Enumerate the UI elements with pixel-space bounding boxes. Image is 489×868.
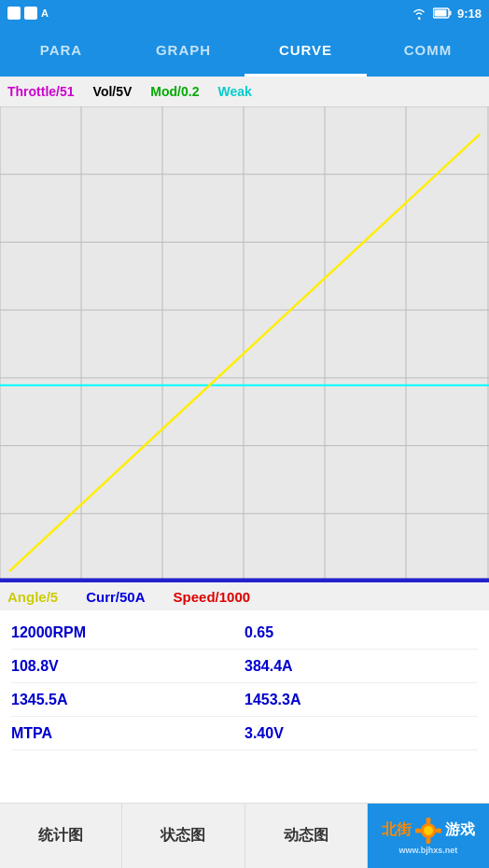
chart-bottom-labels: Angle/5 Curr/50A Speed/1000 xyxy=(0,582,489,610)
status-a-icon: A xyxy=(41,7,49,19)
curr-label: Curr/50A xyxy=(86,589,145,605)
data-row-1: 108.8V 384.4A xyxy=(11,650,478,683)
data-value-1: 384.4A xyxy=(244,658,478,675)
data-row-0: 12000RPM 0.65 xyxy=(11,616,478,650)
data-value-2: 1453.3A xyxy=(244,692,478,708)
data-value-0: 0.65 xyxy=(244,624,478,641)
svg-point-25 xyxy=(426,818,430,824)
svg-rect-4 xyxy=(0,106,489,581)
chart-area[interactable] xyxy=(0,106,489,582)
bottom-nav-dynamic[interactable]: 动态图 xyxy=(245,804,368,868)
data-label-2: 1345.5A xyxy=(11,692,244,708)
speed-label: Speed/1000 xyxy=(174,589,251,605)
status-square-2 xyxy=(24,7,37,20)
weak-label: Weak xyxy=(217,84,251,99)
brand-logo-icon xyxy=(415,818,441,844)
bottom-nav: 统计图 状态图 动态图 北街 游戏 www.bjhxs.net xyxy=(0,803,489,868)
vol-label: Vol/5V xyxy=(93,84,133,99)
brand-website: www.bjhxs.net xyxy=(399,846,458,855)
svg-point-24 xyxy=(424,826,433,835)
throttle-label: Throttle/51 xyxy=(7,84,75,99)
data-row-3: MTPA 3.40V xyxy=(11,717,478,750)
svg-point-27 xyxy=(415,828,422,833)
tab-comm[interactable]: COMM xyxy=(367,26,489,77)
nav-tabs: PARA GRAPH CURVE COMM xyxy=(0,26,489,77)
tab-curve[interactable]: CURVE xyxy=(244,26,367,77)
mod-label: Mod/0.2 xyxy=(150,84,199,99)
svg-rect-3 xyxy=(434,10,446,17)
tab-para[interactable]: PARA xyxy=(0,26,122,77)
data-label-0: 12000RPM xyxy=(11,624,244,641)
angle-label: Angle/5 xyxy=(7,589,58,605)
chart-svg xyxy=(0,106,489,581)
data-row-2: 1345.5A 1453.3A xyxy=(11,683,478,717)
status-bar: A 9:18 xyxy=(0,0,489,26)
status-time: 9:18 xyxy=(457,7,482,21)
wifi-icon xyxy=(411,7,427,20)
brand-sub: 游戏 xyxy=(445,820,475,840)
svg-point-28 xyxy=(435,828,441,833)
brand-name: 北街 xyxy=(382,820,412,840)
tab-graph[interactable]: GRAPH xyxy=(122,26,244,77)
data-section: 12000RPM 0.65 108.8V 384.4A 1345.5A 1453… xyxy=(0,610,489,756)
battery-icon xyxy=(433,7,452,19)
svg-rect-2 xyxy=(449,11,451,16)
svg-point-0 xyxy=(418,17,420,19)
status-right: 9:18 xyxy=(411,7,482,21)
bottom-nav-stats[interactable]: 统计图 xyxy=(0,804,122,868)
data-label-1: 108.8V xyxy=(11,658,244,675)
chart-info-row: Throttle/51 Vol/5V Mod/0.2 Weak xyxy=(0,77,489,106)
status-left: A xyxy=(7,7,49,20)
data-value-3: 3.40V xyxy=(244,725,478,742)
status-square-1 xyxy=(7,7,21,20)
bottom-nav-status[interactable]: 状态图 xyxy=(122,804,244,868)
bottom-nav-brand[interactable]: 北街 游戏 www.bjhxs.net xyxy=(368,804,489,868)
data-label-3: MTPA xyxy=(11,725,244,742)
svg-point-26 xyxy=(426,837,430,844)
